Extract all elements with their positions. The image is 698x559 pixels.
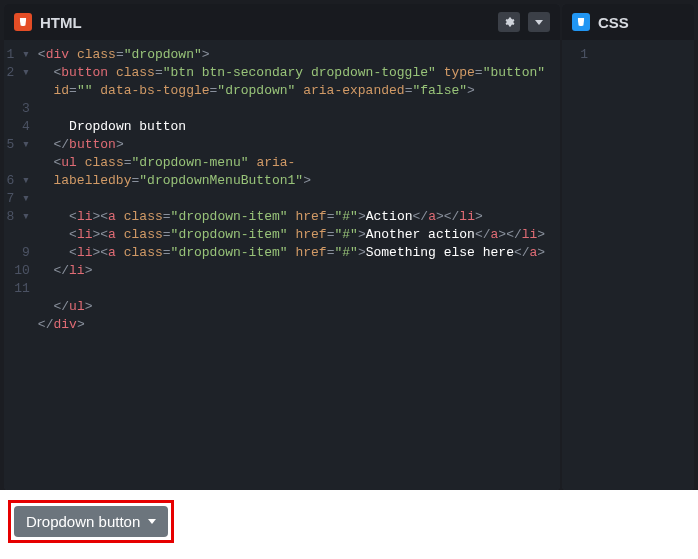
panel-css-header: CSS [562, 4, 694, 40]
panel-css-title: CSS [598, 14, 684, 31]
highlight-annotation: Dropdown button [8, 500, 174, 543]
dropdown-button[interactable]: Dropdown button [14, 506, 168, 537]
css-code-body[interactable]: 1 [562, 40, 694, 490]
css-gutter: 1 [562, 40, 596, 490]
html-gutter: 1 ▾ 2 ▾ 3 4 5 ▾ 6 ▾ 7 ▾ 8 ▾ 9 10 11 [4, 40, 38, 490]
html-code-body[interactable]: 1 ▾ 2 ▾ 3 4 5 ▾ 6 ▾ 7 ▾ 8 ▾ 9 10 11 <div… [4, 40, 560, 490]
css-logo-icon [572, 13, 590, 31]
css-code[interactable] [596, 40, 606, 490]
panel-html-header: HTML [4, 4, 560, 40]
chevron-down-icon [535, 20, 543, 25]
settings-button[interactable] [498, 12, 520, 32]
output-pane: Dropdown button [0, 490, 698, 559]
panel-html-title: HTML [40, 14, 490, 31]
collapse-button[interactable] [528, 12, 550, 32]
editor-area: HTML 1 ▾ 2 ▾ 3 4 5 ▾ 6 ▾ 7 ▾ 8 ▾ 9 10 11… [0, 0, 698, 490]
dropdown-button-label: Dropdown button [26, 513, 140, 530]
caret-down-icon [148, 519, 156, 524]
html-logo-icon [14, 13, 32, 31]
panel-html: HTML 1 ▾ 2 ▾ 3 4 5 ▾ 6 ▾ 7 ▾ 8 ▾ 9 10 11… [4, 4, 560, 490]
gear-icon [503, 16, 515, 28]
html-code[interactable]: <div class="dropdown"> <button class="bt… [38, 40, 560, 490]
panel-css: CSS 1 [562, 4, 694, 490]
